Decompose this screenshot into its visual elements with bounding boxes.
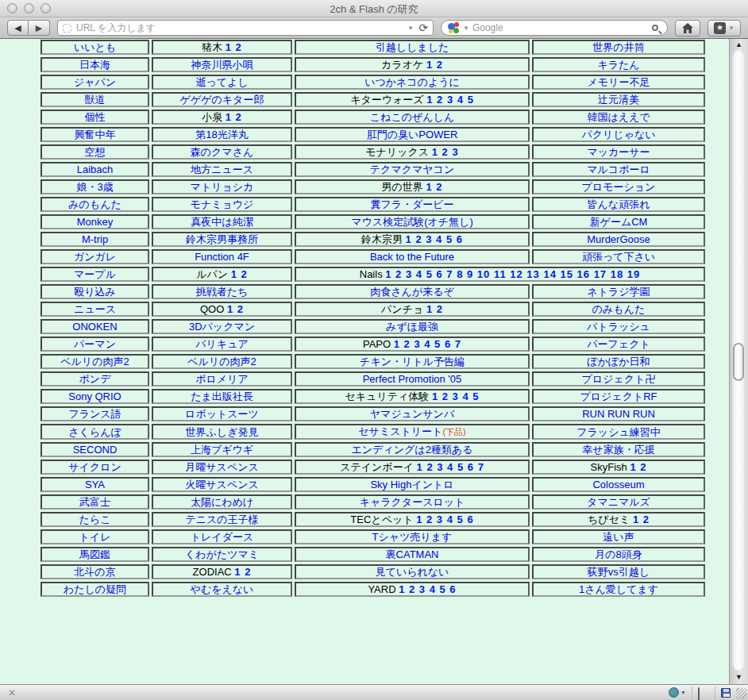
- flash-link[interactable]: 神奈川県小唄: [191, 59, 253, 71]
- search-field[interactable]: ▼: [441, 20, 668, 36]
- flash-link[interactable]: 興奮中年: [75, 129, 116, 140]
- flash-link[interactable]: 森のクマさん: [191, 146, 254, 158]
- flash-part-links[interactable]: 1 2 3 4 5: [432, 390, 480, 402]
- flash-link[interactable]: 逝ってよし: [195, 76, 248, 88]
- flash-link[interactable]: Laibach: [77, 163, 114, 175]
- flash-link[interactable]: 辻元清美: [598, 94, 639, 106]
- url-input[interactable]: [76, 22, 403, 33]
- flash-link[interactable]: 3Dパックマン: [189, 321, 255, 333]
- flash-link[interactable]: わたしの疑問: [64, 583, 126, 595]
- flash-link[interactable]: 第18光洋丸: [195, 129, 248, 140]
- flash-link[interactable]: 日本海: [79, 59, 110, 71]
- flash-link[interactable]: こねこのぜんしん: [370, 111, 454, 123]
- flash-link[interactable]: 裏CATMAN: [386, 548, 439, 560]
- flash-link[interactable]: パクリじゃない: [581, 129, 655, 140]
- flash-link[interactable]: Perfect Promotion '05: [363, 373, 462, 385]
- globe-icon[interactable]: [669, 687, 679, 698]
- flash-link[interactable]: Colosseum: [592, 479, 644, 490]
- search-icon[interactable]: [652, 25, 658, 31]
- flash-link[interactable]: SYA: [85, 479, 105, 490]
- flash-link[interactable]: 頑張って下さい: [582, 251, 655, 263]
- flash-link[interactable]: 肛門の臭いPOWER: [367, 129, 458, 140]
- flash-link[interactable]: 遠い声: [603, 531, 634, 543]
- url-field[interactable]: ▼ ⟳: [57, 20, 434, 36]
- flash-link[interactable]: たらこ: [79, 513, 111, 525]
- flash-link[interactable]: いつかネコのように: [364, 76, 460, 88]
- flash-link[interactable]: エンディングは2種類ある: [352, 444, 473, 456]
- flash-link[interactable]: タマニマルズ: [587, 496, 650, 508]
- flash-link[interactable]: ポンデ: [79, 373, 111, 385]
- resize-grip[interactable]: [736, 688, 747, 699]
- flash-link[interactable]: ONOKEN: [72, 321, 117, 333]
- flash-link[interactable]: ヤマジュンサンバ: [370, 408, 454, 420]
- flash-part-links[interactable]: 1 2: [630, 461, 646, 473]
- flash-link[interactable]: ニュース: [74, 303, 116, 315]
- bookmarks-button[interactable]: ★ ▼: [708, 20, 741, 37]
- flash-link[interactable]: テクマクマヤコン: [370, 163, 454, 175]
- flash-link[interactable]: 娘・3歳: [76, 181, 113, 193]
- flash-link[interactable]: みのもんた: [68, 198, 121, 210]
- flash-link[interactable]: 幸せ家族・応援: [582, 444, 654, 456]
- monitor-icon[interactable]: [698, 688, 709, 698]
- flash-link[interactable]: いいとも: [74, 41, 116, 53]
- flash-link[interactable]: Sky Highイントロ: [370, 479, 453, 490]
- flash-part-links[interactable]: 1 2 3 4 5 6 7: [417, 461, 484, 473]
- flash-link[interactable]: トイレ: [79, 531, 111, 543]
- flash-link[interactable]: 北斗の京: [74, 566, 115, 578]
- flash-link[interactable]: 月の8頭身: [595, 548, 642, 560]
- flash-part-links[interactable]: 1 2 3 4 5 6: [399, 583, 456, 595]
- flash-link[interactable]: マトリョシカ: [191, 181, 254, 193]
- flash-link[interactable]: のみもんた: [592, 303, 646, 315]
- flash-link[interactable]: セサミストリート: [358, 425, 442, 437]
- flash-link[interactable]: サイクロン: [68, 461, 121, 473]
- flash-link[interactable]: たま出版社長: [191, 390, 253, 402]
- flash-link[interactable]: パリキュア: [195, 338, 249, 350]
- flash-link[interactable]: プロジェクトRF: [580, 390, 657, 402]
- flash-link[interactable]: トレイダース: [191, 531, 254, 543]
- flash-part-links[interactable]: 1 2: [234, 566, 251, 578]
- globe-dropdown-icon[interactable]: ▼: [681, 690, 686, 695]
- flash-link[interactable]: 上海ブギウギ: [191, 444, 253, 456]
- flash-link[interactable]: Back to the Future: [370, 251, 454, 263]
- flash-link[interactable]: 個性: [85, 111, 106, 123]
- scroll-down-icon[interactable]: ▼: [730, 672, 748, 682]
- search-engine-dropdown-icon[interactable]: ▼: [463, 25, 469, 32]
- flash-link[interactable]: 獣道: [85, 94, 106, 106]
- flash-link[interactable]: 皆んな頑張れ: [588, 198, 650, 210]
- flash-link[interactable]: ぽかぽか日和: [587, 356, 650, 367]
- flash-link[interactable]: Function 4F: [195, 251, 249, 263]
- flash-link[interactable]: 月曜サスペンス: [185, 461, 259, 473]
- flash-link[interactable]: ベルリの肉声2: [187, 356, 256, 367]
- flash-part-links[interactable]: 1 2: [426, 181, 442, 193]
- flash-link[interactable]: メモリー不足: [588, 76, 650, 88]
- close-statusbar-icon[interactable]: ✕: [8, 687, 16, 698]
- flash-link[interactable]: パトラッシュ: [587, 321, 650, 333]
- flash-link[interactable]: 殴り込み: [74, 286, 116, 298]
- flash-link[interactable]: 見ていられない: [376, 566, 449, 578]
- flash-part-links[interactable]: 1 2: [426, 303, 443, 315]
- flash-part-links[interactable]: 1 2: [226, 41, 242, 53]
- flash-link[interactable]: MurderGoose: [587, 233, 650, 245]
- flash-part-links[interactable]: 1 2 3 4 5: [426, 94, 474, 106]
- flash-link[interactable]: プロジェクト卍: [582, 373, 656, 385]
- flash-link[interactable]: プロモーション: [582, 181, 656, 193]
- flash-link[interactable]: 空想: [85, 146, 106, 158]
- flash-part-links[interactable]: 1 2 3 4 5 6 7: [394, 338, 461, 350]
- save-disk-icon[interactable]: [721, 688, 731, 698]
- flash-link[interactable]: ジャパン: [74, 76, 116, 88]
- flash-link[interactable]: フランス語: [68, 408, 121, 420]
- flash-part-links[interactable]: 1 2 3 4 5 6: [416, 513, 473, 525]
- flash-link[interactable]: 地方ニュース: [191, 163, 253, 175]
- flash-link[interactable]: ロボットスーツ: [185, 408, 259, 420]
- flash-part-links[interactable]: 1 2 3: [432, 146, 459, 158]
- flash-link[interactable]: M-trip: [82, 233, 108, 245]
- flash-link[interactable]: ガンガレ: [74, 251, 116, 263]
- flash-link[interactable]: モナミョウジ: [191, 198, 254, 210]
- flash-link[interactable]: 1さん愛してます: [579, 583, 658, 595]
- flash-link[interactable]: パーフェクト: [587, 338, 650, 350]
- flash-link[interactable]: 馬図鑑: [79, 548, 110, 560]
- flash-link[interactable]: Tシャツ売ります: [372, 531, 453, 543]
- flash-link[interactable]: マルコポーロ: [587, 163, 650, 175]
- flash-link[interactable]: 世界ふしぎ発見: [186, 426, 259, 438]
- flash-part-links[interactable]: 1 2: [633, 513, 650, 525]
